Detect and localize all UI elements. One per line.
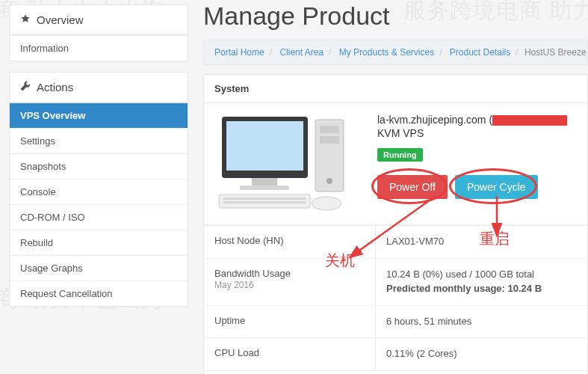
table-row: CPU Load 0.11% (2 Cores) [204, 337, 587, 370]
bandwidth-value: 10.24 B (0%) used / 1000 GB total Predic… [376, 259, 587, 305]
breadcrumb: Portal Home/ Client Area/ My Products & … [203, 40, 588, 65]
resource-usage-title: Resource Usage [204, 370, 587, 374]
power-buttons: Power Off Power Cycle [377, 175, 577, 199]
breadcrumb-link[interactable]: My Products & Services [339, 47, 434, 58]
action-item-settings[interactable]: Settings [10, 128, 188, 153]
bandwidth-period: May 2016 [214, 280, 254, 290]
table-row: Bandwidth Usage May 2016 10.24 B (0%) us… [204, 258, 587, 305]
host-node-label: Host Node (HN) [204, 226, 376, 258]
actions-panel: Actions VPS Overview Settings Snapshots … [9, 72, 188, 307]
action-item-request-cancellation[interactable]: Request Cancellation [10, 280, 188, 306]
overview-panel: Overview Information [9, 4, 188, 61]
redacted-ip [492, 115, 567, 126]
power-off-button[interactable]: Power Off [377, 175, 448, 199]
action-item-cdrom[interactable]: CD-ROM / ISO [10, 204, 188, 230]
wrench-icon [20, 81, 31, 94]
actions-title: Actions [10, 73, 188, 102]
bandwidth-label: Bandwidth Usage May 2016 [204, 259, 376, 305]
svg-point-5 [327, 178, 332, 184]
star-icon [20, 13, 31, 26]
computer-icon [214, 114, 356, 211]
status-badge: Running [377, 148, 423, 162]
svg-rect-3 [320, 126, 339, 133]
svg-point-11 [312, 197, 341, 210]
overview-item-information[interactable]: Information [10, 35, 188, 61]
system-card-title: System [204, 75, 587, 103]
svg-rect-1 [226, 121, 303, 171]
action-item-console[interactable]: Console [10, 179, 188, 204]
overview-title-text: Overview [37, 13, 84, 26]
svg-rect-9 [223, 197, 306, 200]
action-item-usage-graphs[interactable]: Usage Graphs [10, 255, 188, 280]
page-title: Manage Product [203, 1, 588, 31]
uptime-label: Uptime [204, 306, 376, 338]
svg-rect-6 [252, 178, 277, 186]
cpu-value: 0.11% (2 Cores) [376, 338, 587, 370]
action-item-rebuild[interactable]: Rebuild [10, 230, 188, 255]
svg-rect-10 [223, 201, 306, 203]
uptime-value: 6 hours, 51 minutes [376, 306, 587, 338]
cpu-label: CPU Load [204, 338, 376, 370]
breadcrumb-link[interactable]: Product Details [450, 47, 510, 58]
system-card: System [203, 74, 588, 374]
hostname-line: la-kvm.zhujiceping.com ( [377, 114, 577, 126]
host-node-value: LAX01-VM70 [376, 226, 587, 258]
breadcrumb-current: HostUS Breeze Panel :: KVM Overview [524, 47, 588, 58]
table-row: Uptime 6 hours, 51 minutes [204, 305, 587, 338]
svg-rect-7 [240, 186, 289, 190]
table-row: Host Node (HN) LAX01-VM70 [204, 225, 587, 258]
power-cycle-button[interactable]: Power Cycle [455, 175, 538, 199]
product-type: KVM VPS [377, 127, 577, 139]
action-item-snapshots[interactable]: Snapshots [10, 153, 188, 179]
svg-rect-4 [320, 136, 339, 144]
hostname: la-kvm.zhujiceping.com [377, 114, 486, 126]
overview-title: Overview [10, 5, 188, 35]
breadcrumb-link[interactable]: Client Area [279, 47, 324, 58]
actions-title-text: Actions [37, 81, 73, 94]
action-item-vps-overview[interactable]: VPS Overview [10, 102, 188, 128]
breadcrumb-link[interactable]: Portal Home [214, 47, 264, 58]
